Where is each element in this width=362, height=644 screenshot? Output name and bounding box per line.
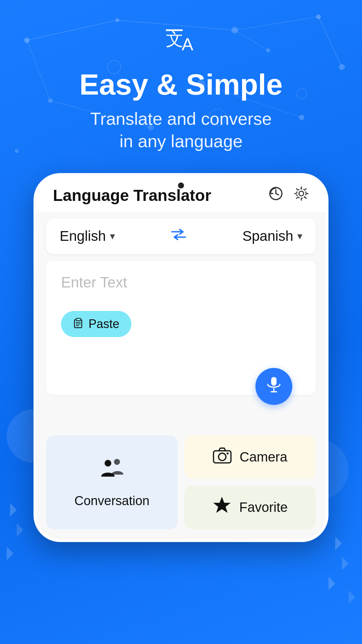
- camera-dot: [178, 182, 184, 189]
- phone-inner: Language Translator: [36, 176, 326, 539]
- app-title: Language Translator: [53, 186, 211, 205]
- hero-section: 文 A Easy & Simple Translate and converse…: [0, 0, 362, 173]
- source-language-chevron: ▾: [110, 230, 115, 242]
- svg-point-46: [105, 460, 111, 467]
- target-language-chevron: ▾: [297, 230, 302, 242]
- camera-icon: [213, 446, 232, 468]
- history-button[interactable]: [268, 186, 284, 205]
- language-selector-bar: English ▾ Spanish ▾: [46, 218, 316, 254]
- favorite-card[interactable]: Favorite: [184, 486, 316, 529]
- star-icon: [213, 496, 231, 519]
- source-language-text: English: [60, 228, 106, 244]
- svg-point-37: [297, 189, 306, 198]
- svg-marker-31: [7, 547, 13, 560]
- svg-point-49: [219, 453, 226, 461]
- text-input-placeholder: Enter Text: [61, 274, 301, 291]
- svg-rect-39: [76, 318, 81, 321]
- conversation-card[interactable]: Conversation: [46, 435, 178, 529]
- microphone-button[interactable]: [255, 368, 292, 405]
- svg-text:文: 文: [166, 30, 183, 49]
- svg-point-47: [114, 459, 120, 465]
- microphone-icon: [265, 376, 283, 397]
- paste-label: Paste: [88, 317, 119, 331]
- paste-button[interactable]: Paste: [61, 311, 131, 337]
- svg-marker-51: [213, 497, 231, 513]
- favorite-label: Favorite: [239, 500, 288, 515]
- camera-card[interactable]: Camera: [184, 435, 316, 479]
- svg-rect-43: [271, 377, 277, 386]
- svg-marker-27: [328, 577, 335, 590]
- header-icons: [268, 186, 309, 205]
- app-header: Language Translator: [36, 176, 326, 212]
- camera-label: Camera: [240, 449, 287, 465]
- phone-frame: Language Translator: [34, 173, 328, 542]
- phone-container: Language Translator: [0, 173, 362, 542]
- svg-marker-26: [342, 557, 349, 570]
- svg-text:A: A: [182, 35, 193, 54]
- translate-icon: 文 A: [164, 27, 198, 62]
- source-language-selector[interactable]: English ▾: [60, 228, 115, 244]
- swap-languages-button[interactable]: [170, 228, 187, 245]
- target-language-text: Spanish: [242, 228, 293, 244]
- text-input-area[interactable]: Enter Text Paste: [46, 261, 316, 395]
- hero-subtitle: Translate and converse in any language: [70, 108, 292, 153]
- conversation-label: Conversation: [74, 494, 149, 508]
- bottom-actions: Conversation C: [46, 435, 316, 529]
- settings-button[interactable]: [294, 186, 309, 205]
- target-language-selector[interactable]: Spanish ▾: [242, 228, 302, 244]
- hero-title: Easy & Simple: [79, 68, 283, 101]
- conversation-icon: [99, 456, 125, 487]
- right-actions: Camera Favorite: [184, 435, 316, 529]
- svg-marker-28: [349, 590, 355, 604]
- paste-icon: [73, 317, 84, 331]
- svg-point-36: [299, 191, 304, 196]
- svg-point-50: [227, 452, 229, 454]
